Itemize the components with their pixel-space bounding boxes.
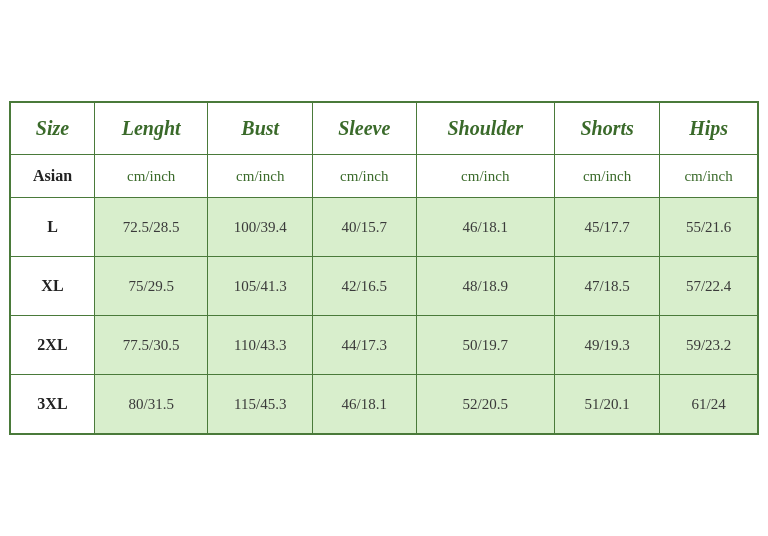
row-0-shoulder: 46/18.1 <box>416 198 554 257</box>
subheader-row: Asian cm/inch cm/inch cm/inch cm/inch cm… <box>11 155 758 198</box>
row-2-lenght: 77.5/30.5 <box>94 316 208 375</box>
row-1-sleeve: 42/16.5 <box>313 257 416 316</box>
row-0-lenght: 72.5/28.5 <box>94 198 208 257</box>
subheader-bust: cm/inch <box>208 155 313 198</box>
row-2-size: 2XL <box>11 316 95 375</box>
subheader-hips: cm/inch <box>660 155 758 198</box>
table-row: L 72.5/28.5 100/39.4 40/15.7 46/18.1 45/… <box>11 198 758 257</box>
header-row: Size Lenght Bust Sleeve Shoulder Shorts … <box>11 103 758 155</box>
row-3-shorts: 51/20.1 <box>555 375 660 434</box>
col-size: Size <box>11 103 95 155</box>
row-2-bust: 110/43.3 <box>208 316 313 375</box>
subheader-lenght: cm/inch <box>94 155 208 198</box>
row-0-size: L <box>11 198 95 257</box>
col-hips: Hips <box>660 103 758 155</box>
row-0-bust: 100/39.4 <box>208 198 313 257</box>
col-lenght: Lenght <box>94 103 208 155</box>
subheader-sleeve: cm/inch <box>313 155 416 198</box>
row-0-sleeve: 40/15.7 <box>313 198 416 257</box>
row-1-size: XL <box>11 257 95 316</box>
row-2-sleeve: 44/17.3 <box>313 316 416 375</box>
row-3-bust: 115/45.3 <box>208 375 313 434</box>
row-0-hips: 55/21.6 <box>660 198 758 257</box>
col-bust: Bust <box>208 103 313 155</box>
row-1-hips: 57/22.4 <box>660 257 758 316</box>
table-row: XL 75/29.5 105/41.3 42/16.5 48/18.9 47/1… <box>11 257 758 316</box>
row-1-bust: 105/41.3 <box>208 257 313 316</box>
size-chart-table: Size Lenght Bust Sleeve Shoulder Shorts … <box>10 102 758 434</box>
row-1-shorts: 47/18.5 <box>555 257 660 316</box>
row-1-lenght: 75/29.5 <box>94 257 208 316</box>
row-2-shorts: 49/19.3 <box>555 316 660 375</box>
row-3-lenght: 80/31.5 <box>94 375 208 434</box>
row-3-hips: 61/24 <box>660 375 758 434</box>
size-chart-container: Size Lenght Bust Sleeve Shoulder Shorts … <box>9 101 759 435</box>
table-row: 2XL 77.5/30.5 110/43.3 44/17.3 50/19.7 4… <box>11 316 758 375</box>
table-row: 3XL 80/31.5 115/45.3 46/18.1 52/20.5 51/… <box>11 375 758 434</box>
row-2-shoulder: 50/19.7 <box>416 316 554 375</box>
col-sleeve: Sleeve <box>313 103 416 155</box>
subheader-size: Asian <box>11 155 95 198</box>
row-1-shoulder: 48/18.9 <box>416 257 554 316</box>
row-2-hips: 59/23.2 <box>660 316 758 375</box>
col-shoulder: Shoulder <box>416 103 554 155</box>
col-shorts: Shorts <box>555 103 660 155</box>
row-3-size: 3XL <box>11 375 95 434</box>
row-3-sleeve: 46/18.1 <box>313 375 416 434</box>
subheader-shoulder: cm/inch <box>416 155 554 198</box>
row-3-shoulder: 52/20.5 <box>416 375 554 434</box>
subheader-shorts: cm/inch <box>555 155 660 198</box>
row-0-shorts: 45/17.7 <box>555 198 660 257</box>
